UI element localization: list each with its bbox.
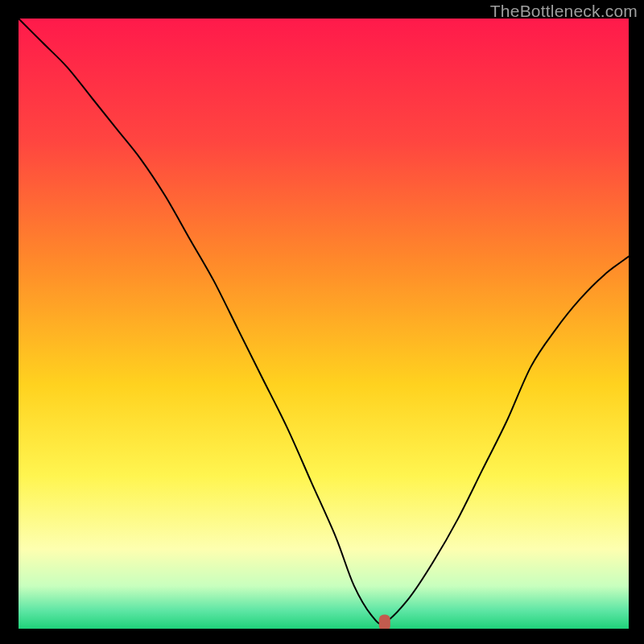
optimum-marker bbox=[379, 614, 390, 629]
chart-svg bbox=[19, 19, 629, 629]
watermark-text: TheBottleneck.com bbox=[490, 2, 638, 21]
chart-frame: TheBottleneck.com bbox=[0, 0, 644, 644]
gradient-background bbox=[19, 19, 629, 629]
plot-area bbox=[19, 19, 629, 629]
